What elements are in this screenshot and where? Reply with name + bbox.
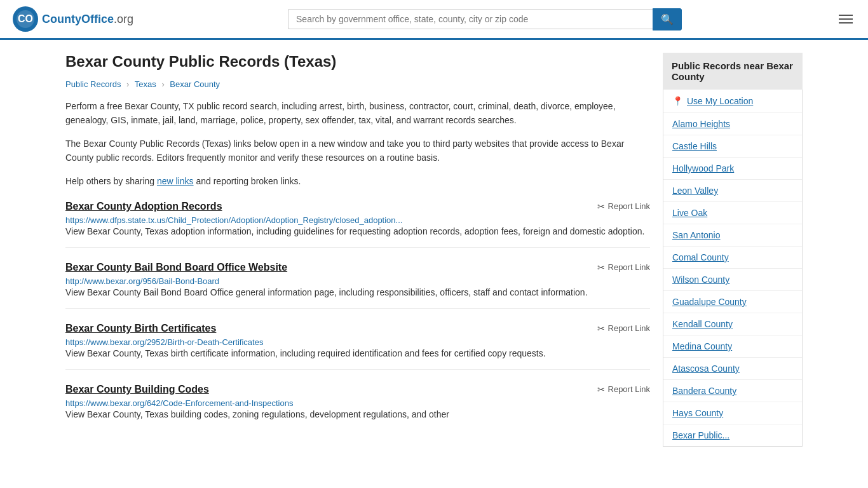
svg-text:CO: CO	[18, 13, 33, 24]
search-area: 🔍	[288, 8, 682, 30]
report-icon: ✂	[597, 384, 605, 395]
sidebar-link-hollywood-park[interactable]: Hollywood Park	[663, 158, 802, 180]
record-header: Bexar County Bail Bond Board Office Webs…	[65, 262, 650, 273]
page-title: Bexar County Public Records (Texas)	[65, 53, 650, 71]
search-button[interactable]: 🔍	[653, 8, 682, 30]
report-icon: ✂	[597, 262, 605, 273]
intro-paragraph-2: The Bexar County Public Records (Texas) …	[65, 137, 650, 165]
sidebar-link-bexar-public[interactable]: Bexar Public...	[663, 424, 802, 446]
records-list: Bexar County Adoption Records ✂ Report L…	[65, 201, 650, 430]
intro-paragraph-3: Help others by sharing new links and rep…	[65, 174, 650, 188]
record-url[interactable]: http://www.bexar.org/956/Bail-Bond-Board	[65, 276, 219, 286]
record-item: Bexar County Bail Bond Board Office Webs…	[65, 262, 650, 309]
logo[interactable]: CO CountyOffice.org	[13, 6, 133, 32]
record-url[interactable]: https://www.bexar.org/2952/Birth-or-Deat…	[65, 337, 263, 347]
breadcrumb-public-records[interactable]: Public Records	[65, 79, 121, 89]
record-title[interactable]: Bexar County Building Codes	[65, 384, 209, 395]
main-content: Bexar County Public Records (Texas) Publ…	[53, 40, 815, 459]
record-url[interactable]: https://www.dfps.state.tx.us/Child_Prote…	[65, 215, 402, 225]
sidebar-link-kendall-county[interactable]: Kendall County	[663, 313, 802, 336]
menu-icon-line3	[839, 22, 853, 24]
sidebar-title: Public Records near Bexar County	[663, 53, 803, 90]
sidebar-link-wilson-county[interactable]: Wilson County	[663, 269, 802, 291]
sidebar-link-alamo-heights[interactable]: Alamo Heights	[663, 113, 802, 135]
sidebar-link-atascosa-county[interactable]: Atascosa County	[663, 358, 802, 380]
record-item: Bexar County Birth Certificates ✂ Report…	[65, 323, 650, 370]
breadcrumb-sep1: ›	[126, 79, 129, 89]
sidebar-link-hays-county[interactable]: Hays County	[663, 402, 802, 424]
logo-text: CountyOffice.org	[42, 13, 133, 26]
sidebar: Public Records near Bexar County 📍 Use M…	[663, 53, 803, 447]
report-icon: ✂	[597, 323, 605, 334]
content-area: Bexar County Public Records (Texas) Publ…	[65, 53, 650, 447]
menu-icon-line2	[839, 18, 853, 20]
sidebar-link-medina-county[interactable]: Medina County	[663, 336, 802, 358]
sidebar-content: 📍 Use My Location Alamo Heights Castle H…	[663, 90, 803, 447]
report-icon: ✂	[597, 201, 605, 212]
sidebar-link-comal-county[interactable]: Comal County	[663, 247, 802, 269]
record-header: Bexar County Birth Certificates ✂ Report…	[65, 323, 650, 334]
use-my-location[interactable]: 📍 Use My Location	[663, 90, 802, 113]
breadcrumb: Public Records › Texas › Bexar County	[65, 79, 650, 89]
record-title[interactable]: Bexar County Adoption Records	[65, 201, 222, 212]
search-input[interactable]	[288, 9, 653, 29]
search-icon: 🔍	[661, 14, 674, 25]
menu-button[interactable]	[836, 12, 855, 26]
report-link-button[interactable]: ✂ Report Link	[597, 201, 650, 212]
use-location-link[interactable]: Use My Location	[687, 96, 753, 106]
menu-icon-line1	[839, 15, 853, 16]
report-link-button[interactable]: ✂ Report Link	[597, 262, 650, 273]
sidebar-link-leon-valley[interactable]: Leon Valley	[663, 180, 802, 202]
record-url[interactable]: https://www.bexar.org/642/Code-Enforceme…	[65, 398, 293, 408]
report-link-button[interactable]: ✂ Report Link	[597, 323, 650, 334]
breadcrumb-bexar[interactable]: Bexar County	[170, 79, 220, 89]
record-desc: View Bexar County, Texas building codes,…	[65, 408, 650, 421]
logo-icon: CO	[13, 6, 38, 32]
sidebar-link-guadalupe-county[interactable]: Guadalupe County	[663, 291, 802, 313]
record-desc: View Bexar County, Texas adoption inform…	[65, 225, 650, 238]
site-header: CO CountyOffice.org 🔍	[0, 0, 868, 40]
sidebar-link-bandera-county[interactable]: Bandera County	[663, 380, 802, 402]
location-icon: 📍	[672, 96, 683, 106]
new-links-link[interactable]: new links	[157, 176, 194, 186]
record-desc: View Bexar County, Texas birth certifica…	[65, 347, 650, 360]
report-link-button[interactable]: ✂ Report Link	[597, 384, 650, 395]
intro-paragraph-1: Perform a free Bexar County, TX public r…	[65, 99, 650, 128]
sidebar-link-castle-hills[interactable]: Castle Hills	[663, 135, 802, 158]
record-item: Bexar County Building Codes ✂ Report Lin…	[65, 384, 650, 430]
record-desc: View Bexar County Bail Bond Board Office…	[65, 286, 650, 299]
record-header: Bexar County Adoption Records ✂ Report L…	[65, 201, 650, 212]
record-item: Bexar County Adoption Records ✂ Report L…	[65, 201, 650, 248]
breadcrumb-texas[interactable]: Texas	[135, 79, 156, 89]
record-title[interactable]: Bexar County Bail Bond Board Office Webs…	[65, 262, 287, 273]
record-title[interactable]: Bexar County Birth Certificates	[65, 323, 216, 334]
breadcrumb-sep2: ›	[161, 79, 164, 89]
sidebar-link-san-antonio[interactable]: San Antonio	[663, 224, 802, 247]
sidebar-link-live-oak[interactable]: Live Oak	[663, 202, 802, 224]
record-header: Bexar County Building Codes ✂ Report Lin…	[65, 384, 650, 395]
